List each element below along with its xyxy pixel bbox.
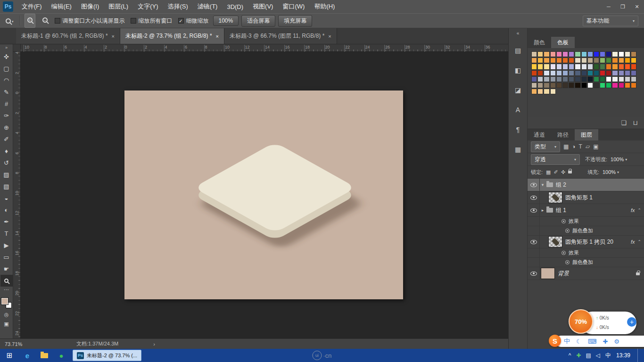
color-swatch[interactable]: [600, 76, 605, 82]
menu-item[interactable]: 滤镜(T): [193, 0, 223, 13]
lock-pixels-icon[interactable]: ✐: [553, 169, 558, 175]
workspace-switcher[interactable]: 基本功能 ▾: [583, 16, 638, 26]
sogou-logo-icon[interactable]: S: [549, 335, 561, 347]
edit-toolbar-icon[interactable]: ⋯: [4, 287, 9, 295]
eye-icon[interactable]: [530, 196, 537, 200]
visibility-cell[interactable]: [528, 267, 540, 280]
optimization-gauge[interactable]: 70%: [569, 309, 593, 334]
eye-icon[interactable]: [530, 240, 537, 244]
close-tab-icon[interactable]: ×: [328, 33, 331, 39]
gradient-tool[interactable]: ▧: [0, 181, 13, 192]
color-swatch[interactable]: [569, 51, 574, 57]
color-swatch[interactable]: [544, 76, 549, 82]
layer-row[interactable]: 圆角矩形 1: [528, 191, 644, 204]
color-swatch[interactable]: [550, 51, 556, 57]
color-swatch[interactable]: [631, 64, 636, 69]
healing-brush-tool[interactable]: ⊕: [0, 122, 13, 133]
color-swatch[interactable]: [581, 51, 587, 57]
color-swatch[interactable]: [569, 76, 574, 82]
filter-smart-icon[interactable]: ▣: [593, 143, 598, 150]
green-browser-icon[interactable]: ●: [53, 349, 70, 362]
color-swatch[interactable]: [600, 82, 605, 88]
color-swatch[interactable]: [556, 64, 562, 69]
screen-mode-icon[interactable]: ▣: [4, 321, 8, 327]
ime-emoji-icon[interactable]: ✚: [603, 338, 608, 345]
filter-shape-icon[interactable]: ▱: [586, 143, 590, 150]
close-tab-icon[interactable]: ×: [216, 33, 219, 39]
color-swatch[interactable]: [612, 82, 618, 88]
new-swatch-icon[interactable]: ❏: [621, 119, 627, 126]
filter-adjustment-icon[interactable]: ◑: [572, 143, 575, 150]
zoom-level-field[interactable]: 73.71%: [5, 341, 26, 347]
color-swatch[interactable]: [631, 51, 636, 57]
type-tool[interactable]: T: [0, 228, 13, 239]
dodge-tool[interactable]: ◐: [0, 204, 13, 216]
color-swatch[interactable]: [587, 58, 593, 63]
color-swatch[interactable]: [594, 70, 599, 76]
visibility-cell[interactable]: [528, 204, 540, 216]
menu-item[interactable]: 编辑(E): [47, 0, 76, 13]
option-button[interactable]: 100%: [213, 16, 239, 26]
eye-icon[interactable]: [530, 208, 537, 213]
layer-thumbnail[interactable]: [548, 236, 562, 247]
adjustments-panel-icon[interactable]: ◧: [512, 64, 524, 76]
zoom-in-button[interactable]: [25, 14, 35, 28]
color-swatch[interactable]: [569, 82, 574, 88]
color-swatch[interactable]: [612, 70, 618, 76]
tray-antivirus-icon[interactable]: ✚: [576, 352, 581, 359]
close-button[interactable]: ✕: [630, 0, 644, 13]
ime-keyboard-icon[interactable]: ⌨: [588, 338, 597, 345]
option-button[interactable]: 适合屏幕: [241, 15, 275, 27]
color-swatch[interactable]: [631, 76, 636, 82]
color-swatch[interactable]: [587, 70, 593, 76]
chevron-up-icon[interactable]: ⌃: [637, 239, 641, 244]
start-button[interactable]: ⊞: [0, 349, 19, 362]
show-desktop-button[interactable]: [637, 349, 640, 362]
color-swatch[interactable]: [562, 76, 568, 82]
color-swatch[interactable]: [550, 82, 556, 88]
lock-position-icon[interactable]: ✜: [561, 169, 565, 175]
menu-item[interactable]: 图像(I): [76, 0, 104, 13]
color-swatch[interactable]: [587, 82, 593, 88]
color-swatch[interactable]: [537, 76, 543, 82]
document-tab[interactable]: 未标题-1 @ 60.7% (组 2, RGB/8) *×: [16, 28, 120, 44]
quick-mask-icon[interactable]: ◎: [4, 312, 9, 318]
color-swatch[interactable]: [587, 76, 593, 82]
eye-icon[interactable]: [530, 183, 537, 187]
color-swatch[interactable]: [600, 64, 605, 69]
color-swatch[interactable]: [594, 64, 599, 69]
color-swatch[interactable]: [537, 58, 543, 63]
color-swatch[interactable]: [556, 82, 562, 88]
effect-eye-icon[interactable]: [561, 251, 566, 255]
effect-eye-icon[interactable]: [561, 219, 566, 223]
layer-row[interactable]: 背景: [528, 267, 644, 280]
color-swatch[interactable]: [575, 70, 580, 76]
path-selection-tool[interactable]: ▶: [0, 239, 13, 251]
collapse-panels-icon[interactable]: «: [517, 31, 520, 36]
document-tab[interactable]: 未标题-3 @ 66.7% (图层 11, RGB/8) *×: [224, 28, 337, 44]
color-swatch[interactable]: [544, 70, 549, 76]
clone-stamp-tool[interactable]: ♦: [0, 145, 13, 157]
color-swatch[interactable]: [581, 76, 587, 82]
color-swatch[interactable]: [575, 64, 580, 69]
opacity-control[interactable]: 100% ▾: [611, 156, 627, 162]
color-swatch[interactable]: [537, 89, 543, 94]
libraries-panel-icon[interactable]: ◪: [512, 84, 524, 96]
color-swatch[interactable]: [625, 82, 630, 88]
color-swatch-control[interactable]: [1, 298, 12, 308]
color-swatch[interactable]: [581, 58, 587, 63]
color-swatch[interactable]: [606, 58, 611, 63]
color-swatch[interactable]: [544, 51, 549, 57]
color-swatch[interactable]: [606, 70, 611, 76]
file-explorer-icon[interactable]: [36, 349, 53, 362]
eye-icon[interactable]: [530, 272, 537, 276]
layer-row[interactable]: ▸组 1fx⌃: [528, 204, 644, 217]
menu-item[interactable]: 选择(S): [163, 0, 192, 13]
menu-item[interactable]: 文件(F): [17, 0, 47, 13]
swatches-panel-icon[interactable]: ▤: [512, 44, 524, 57]
ime-moon-icon[interactable]: ☾: [576, 338, 582, 345]
option-checkbox[interactable]: 调整窗口大小以满屏显示: [55, 17, 125, 25]
eyedropper-tool[interactable]: ✑: [0, 110, 13, 122]
status-chevron-icon[interactable]: ›: [153, 341, 155, 347]
color-swatch[interactable]: [600, 51, 605, 57]
